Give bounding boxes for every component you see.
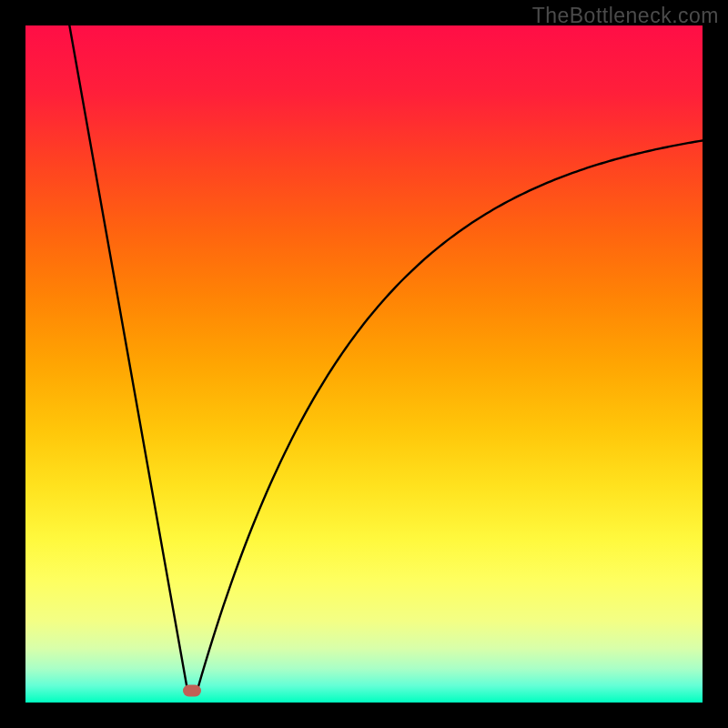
optimum-marker [183,685,201,697]
chart-canvas [25,25,703,703]
watermark-text: TheBottleneck.com [532,4,719,28]
plot-frame [25,25,703,703]
gradient-background [25,25,703,703]
